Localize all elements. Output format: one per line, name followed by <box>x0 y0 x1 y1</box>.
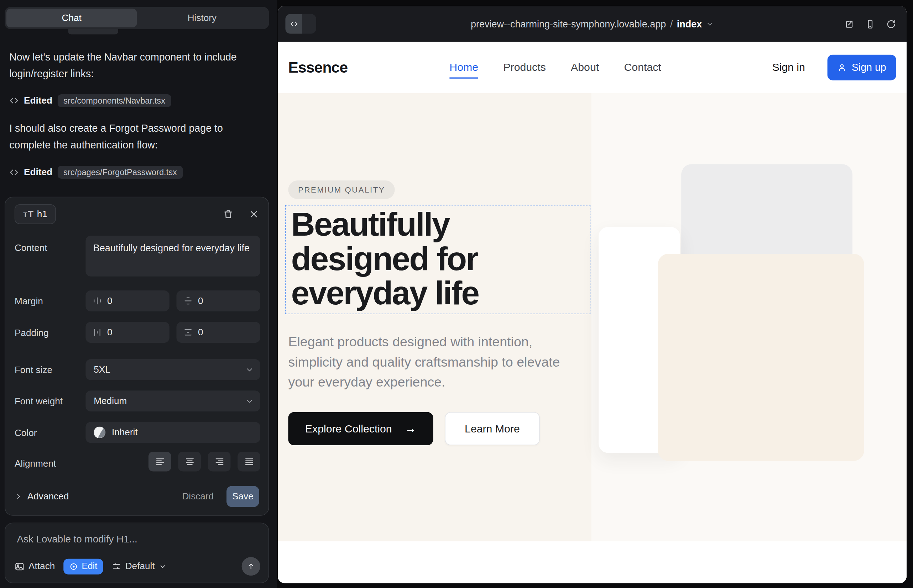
margin-label: Margin <box>15 296 43 307</box>
edited-file-row: Edited src/pages/ForgotPassword.tsx <box>9 165 183 180</box>
nav-link-contact[interactable]: Contact <box>624 61 661 74</box>
chat-composer: Attach Edit De <box>5 522 269 583</box>
edited-label: Edited <box>24 167 52 177</box>
save-button[interactable]: Save <box>227 486 259 507</box>
discard-button[interactable]: Discard <box>182 491 214 501</box>
font-size-label: Font size <box>15 365 52 375</box>
content-label: Content <box>15 243 47 253</box>
advanced-label: Advanced <box>28 491 69 501</box>
nav-link-products[interactable]: Products <box>503 61 546 74</box>
text-size-icon: TT <box>23 209 34 219</box>
sign-up-label: Sign up <box>852 61 886 74</box>
preview-window: preview--charming-site-symphony.lovable.… <box>278 6 907 583</box>
selected-element-tag: TT h1 <box>15 204 56 224</box>
tab-chat[interactable]: Chat <box>6 9 137 27</box>
user-icon <box>837 63 847 72</box>
chevron-down-icon <box>245 396 254 405</box>
editor-footer: Advanced Discard Save <box>15 486 259 507</box>
edited-file-badge[interactable]: src/pages/ForgotPassword.tsx <box>58 166 183 179</box>
padding-x-icon <box>92 328 102 337</box>
edited-file-row: Edited src/components/Navbar.tsx <box>9 93 171 108</box>
chevron-right-icon <box>15 492 23 501</box>
color-label: Color <box>15 428 37 438</box>
color-select[interactable]: Inherit <box>86 422 260 443</box>
url-separator: / <box>670 18 673 29</box>
code-icon <box>9 96 18 105</box>
font-weight-select[interactable]: Medium <box>86 391 260 412</box>
refresh-icon[interactable] <box>886 19 896 29</box>
send-button[interactable] <box>242 557 260 575</box>
composer-input[interactable] <box>17 533 255 551</box>
chevron-down-icon <box>159 562 166 570</box>
sign-up-button[interactable]: Sign up <box>827 55 896 81</box>
close-icon[interactable] <box>249 209 259 219</box>
assistant-message: Now let's update the Navbar component to… <box>9 49 254 82</box>
code-icon <box>9 168 18 177</box>
margin-y-input[interactable]: 0 <box>176 291 260 312</box>
padding-y-icon <box>183 328 193 337</box>
margin-y-value: 0 <box>198 296 203 306</box>
mobile-view-icon[interactable] <box>865 19 875 29</box>
content-input[interactable]: Beautifully designed for everyday life <box>86 236 260 276</box>
trash-icon[interactable] <box>223 209 233 219</box>
font-size-select[interactable]: 5XL <box>86 359 260 380</box>
sign-in-link[interactable]: Sign in <box>772 61 805 74</box>
edit-mode-button[interactable]: Edit <box>64 559 103 574</box>
nav-link-home[interactable]: Home <box>449 61 478 79</box>
preview-url-selector[interactable]: preview--charming-site-symphony.lovable.… <box>471 18 714 29</box>
padding-y-value: 0 <box>198 327 203 338</box>
align-center-button[interactable] <box>178 452 201 472</box>
default-label: Default <box>125 561 155 571</box>
color-value: Inherit <box>112 427 138 438</box>
arrow-up-icon <box>246 562 256 571</box>
preview-page-name: index <box>677 18 702 29</box>
open-external-icon[interactable] <box>844 19 854 29</box>
editor-header: TT h1 <box>15 204 259 224</box>
nav-link-about[interactable]: About <box>571 61 599 74</box>
edit-label: Edit <box>82 561 97 571</box>
alignment-label: Alignment <box>15 459 56 469</box>
font-size-value: 5XL <box>94 365 110 375</box>
learn-more-button[interactable]: Learn More <box>445 412 539 445</box>
model-default-selector[interactable]: Default <box>112 561 166 571</box>
hero-shape-beige <box>658 254 864 461</box>
advanced-toggle[interactable]: Advanced <box>15 491 69 501</box>
chat-panel: Chat History Now let's update the Navbar… <box>0 0 277 588</box>
align-right-button[interactable] <box>208 452 231 472</box>
align-justify-button[interactable] <box>238 452 260 472</box>
alignment-buttons <box>86 452 260 472</box>
edited-label: Edited <box>24 95 52 106</box>
explore-collection-button[interactable]: Explore Collection → <box>288 412 433 445</box>
attach-label: Attach <box>29 561 55 571</box>
site-brand[interactable]: Essence <box>288 42 348 93</box>
font-weight-label: Font weight <box>15 396 63 407</box>
color-swatch <box>94 427 105 438</box>
chat-history-tabs: Chat History <box>5 7 269 29</box>
sliders-icon <box>112 562 121 571</box>
toggle-right-segment <box>302 14 316 34</box>
attach-button[interactable]: Attach <box>15 561 55 571</box>
margin-x-input[interactable]: 0 <box>86 291 169 312</box>
site-nav-actions: Sign in Sign up <box>772 42 896 93</box>
font-weight-value: Medium <box>94 396 127 406</box>
padding-x-input[interactable]: 0 <box>86 322 169 343</box>
element-editor-panel: TT h1 Content Beautifully designed for e… <box>5 197 269 516</box>
cta-primary-label: Explore Collection <box>305 422 392 435</box>
tag-label: h1 <box>37 209 47 219</box>
chevron-down-icon <box>245 365 254 374</box>
site-canvas: Essence Home Products About Contact Sign… <box>278 42 907 583</box>
site-nav-links: Home Products About Contact <box>449 42 661 93</box>
selected-h1-element[interactable]: Beautifully designed for everyday life <box>285 205 590 314</box>
tab-history[interactable]: History <box>137 9 267 27</box>
code-view-toggle[interactable] <box>285 14 316 34</box>
edited-file-badge[interactable]: src/components/Navbar.tsx <box>58 94 171 107</box>
code-icon <box>285 14 302 34</box>
padding-y-input[interactable]: 0 <box>176 322 260 343</box>
margin-x-value: 0 <box>107 296 113 306</box>
padding-label: Padding <box>15 328 49 338</box>
hero-badge: PREMIUM QUALITY <box>288 181 395 199</box>
padding-x-value: 0 <box>107 327 113 338</box>
chevron-down-icon <box>706 20 714 27</box>
align-left-button[interactable] <box>149 452 171 472</box>
hero-background-cream <box>278 93 591 541</box>
